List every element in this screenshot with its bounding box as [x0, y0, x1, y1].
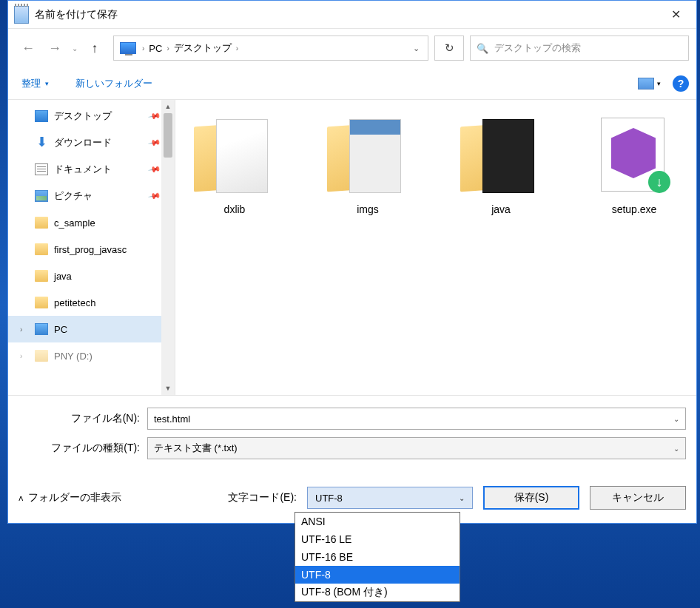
encoding-option-utf-8-bom-[interactable]: UTF-8 (BOM 付き) [295, 584, 460, 601]
sidebar-scrollbar[interactable]: ▲ ▼ [161, 100, 175, 395]
sidebar-item-petitetech[interactable]: petitetech [8, 289, 175, 316]
folder-icon [35, 297, 48, 308]
back-button[interactable]: ← [16, 36, 41, 61]
organize-menu[interactable]: 整理▾ [16, 72, 55, 95]
sidebar-item--[interactable]: デスクトップ📌 [8, 103, 175, 129]
desktop-icon [35, 110, 48, 122]
sidebar-item-pc[interactable]: ›PC [8, 316, 175, 342]
toolbar: 整理▾ 新しいフォルダー ▾ ? [8, 67, 696, 100]
expand-icon[interactable]: › [20, 325, 22, 334]
sidebar-item--[interactable]: ⬇ダウンロード📌 [8, 129, 175, 156]
filename-input[interactable]: test.html ⌄ [147, 408, 686, 430]
window-title: 名前を付けて保存 [35, 8, 658, 21]
pin-icon: 📌 [148, 189, 162, 203]
scroll-up-icon[interactable]: ▲ [161, 100, 175, 113]
file-label: setup.exe [612, 203, 657, 215]
chevron-down-icon[interactable]: ⌄ [673, 415, 679, 423]
chevron-down-icon: ▾ [45, 80, 49, 87]
help-button[interactable]: ? [673, 75, 689, 92]
encoding-option-utf-16-be[interactable]: UTF-16 BE [295, 548, 460, 566]
filename-label: ファイル名(N): [18, 412, 147, 425]
address-dropdown[interactable]: ⌄ [405, 44, 426, 53]
sidebar: デスクトップ📌⬇ダウンロード📌ドキュメント📌ピクチャ📌c_samplefirst… [8, 100, 175, 395]
scroll-down-icon[interactable]: ▼ [161, 382, 175, 395]
search-input[interactable]: 🔍 デスクトップの検索 [470, 36, 689, 61]
search-icon: 🔍 [477, 43, 488, 54]
folder-icon [194, 115, 275, 196]
save-as-dialog: 名前を付けて保存 ✕ ← → ⌄ ↑ › PC › デスクトップ › ⌄ ↻ 🔍… [7, 0, 697, 524]
chevron-down-icon: ▾ [657, 80, 661, 87]
file-item-setup-exe[interactable]: ↓setup.exe [582, 115, 686, 215]
chevron-right-icon: › [235, 44, 240, 53]
close-button[interactable]: ✕ [658, 1, 693, 28]
refresh-button[interactable]: ↻ [434, 36, 464, 61]
pc-icon [35, 323, 48, 335]
sidebar-item-label: ドキュメント [54, 163, 112, 176]
crumb-pc[interactable]: PC [146, 36, 165, 60]
save-button[interactable]: 保存(S) [483, 486, 579, 510]
exe-icon: ↓ [593, 115, 675, 196]
pc-icon [120, 42, 136, 54]
sidebar-item-label: PC [54, 324, 67, 335]
download-icon: ⬇ [35, 137, 48, 149]
sidebar-item-label: first_prog_javasc [54, 244, 127, 255]
folder-icon [460, 115, 542, 196]
folder-icon [35, 243, 48, 255]
file-item-java[interactable]: java [449, 115, 553, 215]
file-label: java [491, 203, 511, 215]
sidebar-item--[interactable]: ピクチャ📌 [8, 183, 175, 209]
sidebar-item-c-sample[interactable]: c_sample [8, 209, 175, 236]
sidebar-item-java[interactable]: java [8, 263, 175, 289]
folder-icon [327, 115, 408, 196]
sidebar-item-label: ピクチャ [54, 189, 92, 203]
sidebar-item-label: PNY (D:) [54, 351, 92, 362]
file-label: dxlib [224, 203, 246, 215]
encoding-option-utf-8[interactable]: UTF-8 [295, 566, 460, 584]
form-area: ファイル名(N): test.html ⌄ ファイルの種類(T): テキスト文書… [8, 395, 696, 523]
doc-icon [35, 163, 48, 175]
sidebar-item-label: java [54, 271, 72, 282]
new-folder-button[interactable]: 新しいフォルダー [70, 72, 158, 95]
sidebar-item-label: デスクトップ [54, 109, 112, 123]
expand-icon[interactable]: › [20, 352, 22, 360]
notepad-icon [14, 6, 29, 24]
folder-icon [35, 217, 48, 229]
sidebar-item-pny-d-[interactable]: ›PNY (D:) [8, 342, 175, 369]
titlebar: 名前を付けて保存 ✕ [8, 1, 696, 29]
scroll-thumb[interactable] [164, 113, 172, 158]
encoding-option-ansi[interactable]: ANSI [295, 513, 460, 530]
chevron-right-icon: › [141, 44, 146, 53]
view-menu[interactable]: ▾ [638, 78, 661, 89]
chevron-right-icon: › [165, 44, 170, 53]
file-item-dxlib[interactable]: dxlib [183, 115, 286, 215]
pin-icon: 📌 [148, 109, 162, 124]
pin-icon: 📌 [148, 136, 162, 150]
nav-bar: ← → ⌄ ↑ › PC › デスクトップ › ⌄ ↻ 🔍 デスクトップの検索 [8, 29, 696, 67]
view-icon [638, 78, 654, 89]
sidebar-item-label: c_sample [54, 217, 95, 229]
dialog-body: デスクトップ📌⬇ダウンロード📌ドキュメント📌ピクチャ📌c_samplefirst… [8, 100, 696, 395]
hide-folders-toggle[interactable]: ʌ フォルダーの非表示 [18, 491, 121, 504]
address-bar[interactable]: › PC › デスクトップ › ⌄ [113, 36, 428, 61]
up-button[interactable]: ↑ [82, 36, 107, 61]
sidebar-list: デスクトップ📌⬇ダウンロード📌ドキュメント📌ピクチャ📌c_samplefirst… [8, 100, 175, 372]
encoding-option-utf-16-le[interactable]: UTF-16 LE [295, 530, 460, 548]
sidebar-item-first-prog-javasc[interactable]: first_prog_javasc [8, 236, 175, 263]
file-label: imgs [357, 203, 379, 215]
chevron-down-icon[interactable]: ⌄ [673, 445, 679, 453]
encoding-dropdown-list: ANSIUTF-16 LEUTF-16 BEUTF-8UTF-8 (BOM 付き… [295, 512, 460, 602]
crumb-desktop[interactable]: デスクトップ [171, 36, 235, 60]
sidebar-item--[interactable]: ドキュメント📌 [8, 156, 175, 183]
encoding-select[interactable]: UTF-8 ⌄ [307, 487, 473, 509]
file-item-imgs[interactable]: imgs [316, 115, 420, 215]
forward-button[interactable]: → [42, 36, 67, 61]
file-grid[interactable]: dxlibimgsjava↓setup.exe [175, 100, 696, 395]
folder-icon [35, 270, 48, 282]
pin-icon: 📌 [148, 163, 162, 177]
cancel-button[interactable]: キャンセル [590, 486, 686, 510]
filetype-select[interactable]: テキスト文書 (*.txt) ⌄ [147, 437, 686, 459]
history-dropdown[interactable]: ⌄ [72, 44, 78, 53]
download-badge-icon: ↓ [648, 171, 670, 193]
drive-icon [35, 350, 48, 362]
sidebar-item-label: petitetech [54, 297, 95, 308]
